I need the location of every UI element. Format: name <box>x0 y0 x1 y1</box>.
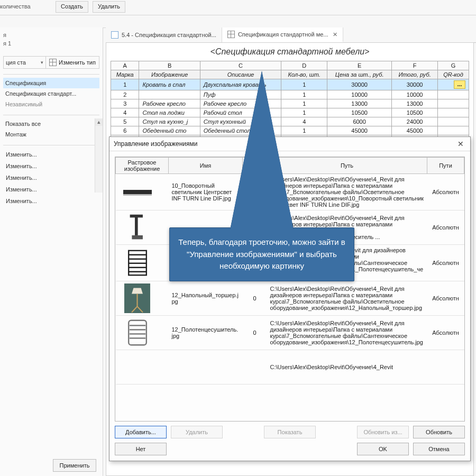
thumbnail <box>119 283 156 313</box>
scrollbar[interactable]: ▴ <box>95 118 103 193</box>
col-header[interactable]: QR-код <box>437 70 469 79</box>
cell[interactable]: 13000 <box>392 99 438 108</box>
cancel-button[interactable]: Отмена <box>413 443 465 455</box>
cell[interactable]: 4 <box>111 108 139 117</box>
col-letter[interactable]: A <box>111 61 139 70</box>
col-letter[interactable]: D <box>281 61 327 70</box>
change-type-button[interactable]: Изменить тип <box>46 57 99 68</box>
cell[interactable]: 1 <box>111 79 139 90</box>
ribbon-strip: количества Создать Удалить <box>0 0 476 28</box>
thumbnail <box>119 318 156 347</box>
qr-cell[interactable] <box>437 126 469 135</box>
cell[interactable]: 2 <box>111 90 139 99</box>
edit-button[interactable]: Изменить... <box>3 172 99 184</box>
edit-button[interactable]: Изменить... <box>3 160 99 172</box>
prop-montage[interactable]: Монтаж <box>3 129 99 140</box>
thumbnail <box>119 177 156 207</box>
prop-line-2: я 1 <box>3 39 99 48</box>
divider <box>0 15 476 15</box>
document-tabs: 5.4 - Спецификация стандартной... Специф… <box>106 28 476 43</box>
image-path: C:\Users\Alex\Desktop\Revit\Обучение\4_R… <box>267 316 427 350</box>
cell[interactable]: Рабочее кресло <box>139 99 200 108</box>
cell[interactable]: 10000 <box>327 90 391 99</box>
cell[interactable]: 24000 <box>392 117 438 126</box>
col-header[interactable]: Изображение <box>139 70 200 79</box>
cell[interactable] <box>139 90 200 99</box>
svg-rect-2 <box>135 216 138 235</box>
close-icon[interactable]: ✕ <box>333 31 337 38</box>
cell[interactable]: 10000 <box>392 90 438 99</box>
add-button[interactable]: Добавить... <box>115 426 167 438</box>
svg-rect-1 <box>123 194 152 196</box>
create-button[interactable]: Создать <box>56 1 88 13</box>
image-row[interactable]: 12_Полотенцесушитель.jpg0C:\Users\Alex\D… <box>116 316 464 350</box>
scroll-up-icon[interactable]: ▴ <box>95 118 103 126</box>
document-icon <box>111 31 118 39</box>
qr-cell[interactable]: ... <box>437 79 469 90</box>
col-letter[interactable]: C <box>200 61 281 70</box>
svg-rect-4 <box>132 235 143 239</box>
qr-cell[interactable] <box>437 99 469 108</box>
image-row[interactable]: C:\Users\Alex\Desktop\Revit\Обучение\4_R… <box>116 350 464 385</box>
qr-cell[interactable] <box>437 90 469 99</box>
cell[interactable]: 3 <box>111 99 139 108</box>
chevron-down-icon: ▾ <box>41 57 43 68</box>
image-path: C:\Users\Alex\Desktop\Revit\Обучение\4_R… <box>267 350 427 385</box>
th-raster[interactable]: Растровое изображение <box>116 158 169 174</box>
cell[interactable]: 30000 <box>327 79 391 90</box>
col-header[interactable]: Марка <box>111 70 139 79</box>
tab-view-5-4[interactable]: 5.4 - Спецификация стандартной... <box>106 28 222 42</box>
col-letter[interactable]: E <box>327 61 391 70</box>
ok-button[interactable]: OK <box>357 443 409 455</box>
cell[interactable]: Стул на кухню_j <box>139 117 200 126</box>
edit-button[interactable]: Изменить... <box>3 184 99 195</box>
cell[interactable]: 6000 <box>327 117 391 126</box>
th-pathtype[interactable]: Пути <box>427 158 464 174</box>
image-pathtype: Абсолютн <box>427 210 464 245</box>
cell[interactable]: 30000 <box>392 79 438 90</box>
cell[interactable]: 10500 <box>327 108 391 117</box>
image-name <box>169 350 243 385</box>
thumbnail <box>119 248 156 278</box>
tab-label: Спецификация стандартной ме... <box>238 31 328 38</box>
prop-line-1: я <box>3 31 99 39</box>
schedule-title: <Спецификация стандартной мебели> <box>106 43 473 61</box>
cell[interactable]: 10500 <box>392 108 438 117</box>
qr-cell[interactable] <box>437 108 469 117</box>
prop-spec[interactable]: Спецификация <box>3 78 99 88</box>
cell[interactable]: 5 <box>111 117 139 126</box>
show-button: Показать <box>264 426 316 438</box>
schedule-combo-value: ция ста <box>6 57 26 68</box>
image-count <box>243 350 267 385</box>
qr-cell[interactable] <box>437 117 469 126</box>
col-header[interactable]: Итого, руб. <box>392 70 438 79</box>
close-icon[interactable]: ✕ <box>455 140 466 148</box>
ellipsis-button[interactable]: ... <box>454 80 465 89</box>
cell[interactable]: 6 <box>111 126 139 135</box>
svg-rect-16 <box>129 321 147 345</box>
image-row[interactable]: 12_Напольный_торшер.jpg0C:\Users\Alex\De… <box>116 281 464 316</box>
image-pathtype: Абсолютн <box>427 245 464 281</box>
col-header[interactable]: Цена за шт., руб. <box>327 70 391 79</box>
cell[interactable]: Обеденный сто <box>139 126 200 135</box>
cell[interactable]: Кровать в спал <box>139 79 200 90</box>
image-name: 12_Полотенцесушитель.jpg <box>169 316 243 350</box>
cell[interactable]: Стол на лоджи <box>139 108 200 117</box>
properties-panel: я я 1 ция ста ▾ Изменить тип Спецификаци… <box>0 28 103 476</box>
schedule-combo[interactable]: ция ста ▾ <box>4 57 46 68</box>
cell[interactable]: 45000 <box>327 126 391 135</box>
prop-show-all[interactable]: Показать все <box>3 118 99 129</box>
apply-button[interactable]: Применить <box>53 459 96 472</box>
reload-button[interactable]: Обновить <box>413 426 465 438</box>
edit-button[interactable]: Изменить... <box>3 149 99 160</box>
tab-schedule[interactable]: Спецификация стандартной ме... ✕ <box>222 28 343 42</box>
col-letter[interactable]: F <box>392 61 438 70</box>
prop-spec-std[interactable]: Спецификация стандарт... <box>3 88 99 99</box>
property-list: Спецификация Спецификация стандарт... Не… <box>3 78 99 140</box>
col-letter[interactable]: G <box>437 61 469 70</box>
col-letter[interactable]: B <box>139 61 200 70</box>
delete-button[interactable]: Удалить <box>93 1 125 13</box>
cell[interactable]: 45000 <box>392 126 438 135</box>
cell[interactable]: 13000 <box>327 99 391 108</box>
no-button[interactable]: Нет <box>115 443 167 455</box>
